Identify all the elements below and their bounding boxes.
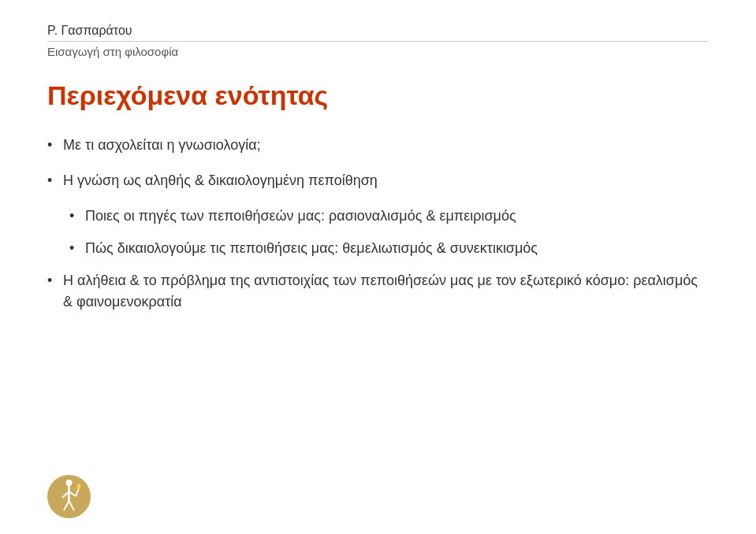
logo-svg — [51, 479, 87, 514]
header-divider — [47, 41, 709, 42]
svg-line-3 — [69, 491, 76, 496]
list-item: Ποιες οι πηγές των πεποιθήσεών μας: ρασι… — [47, 206, 709, 227]
page-title: Περιεχόμενα ενότητας — [47, 80, 709, 111]
svg-point-0 — [66, 480, 73, 486]
list-item: Με τι ασχολείται η γνωσιολογία; — [47, 135, 709, 156]
list-item: Πώς δικαιολογούμε τις πεποιθήσεις μας: θ… — [47, 238, 709, 259]
header-section: Ρ. Γασπαράτου Εισαγωγή στη φιλοσοφία — [47, 24, 709, 74]
logo-circle — [47, 475, 91, 518]
page-container: Ρ. Γασπαράτου Εισαγωγή στη φιλοσοφία Περ… — [0, 0, 756, 534]
list-item: Η αλήθεια & το πρόβλημα της αντιστοιχίας… — [47, 270, 709, 313]
svg-line-4 — [64, 501, 69, 510]
footer-logo — [47, 475, 91, 518]
author-name: Ρ. Γασπαράτου — [47, 24, 709, 38]
svg-line-5 — [69, 501, 75, 510]
list-item: Η γνώση ως αληθής & δικαιολογημένη πεποί… — [47, 170, 709, 191]
svg-point-7 — [77, 484, 81, 490]
subtitle: Εισαγωγή στη φιλοσοφία — [47, 45, 709, 58]
svg-line-2 — [62, 491, 69, 498]
content-list: Με τι ασχολείται η γνωσιολογία; Η γνώση … — [47, 135, 709, 502]
